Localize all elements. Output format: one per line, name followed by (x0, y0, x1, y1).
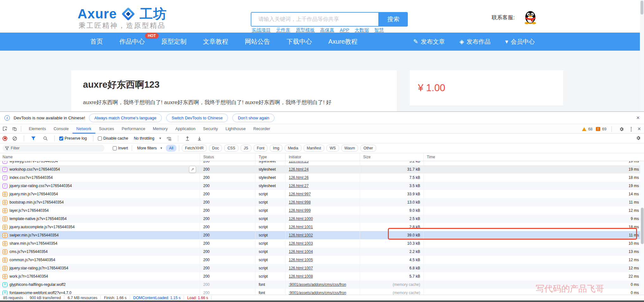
filter-pill-ws[interactable]: WS (326, 145, 339, 152)
nav-item-6[interactable]: Axure教程 (328, 37, 357, 46)
network-settings-gear-icon[interactable] (636, 135, 641, 141)
tab-network[interactable]: Network (73, 124, 95, 134)
cell-name[interactable]: {}swiper.min.js?v=1765440354 (0, 231, 200, 239)
initiator-link[interactable]: 126.html:1000 (289, 217, 313, 221)
network-request-row[interactable]: {}work.js?r=1765440354200script126.html:… (0, 272, 644, 280)
throttling-dropdown[interactable]: No throttling ▼ (134, 136, 162, 141)
network-request-row[interactable]: {}template-native.js?v=1765440354200scri… (0, 215, 644, 223)
network-scrollbar[interactable] (640, 161, 644, 295)
initiator-link[interactable]: 126.html:1007 (289, 266, 313, 270)
cell-name[interactable]: {}share.min.js?v=1765440354 (0, 239, 200, 248)
more-filters-dropdown[interactable]: More filters ▼ (137, 146, 163, 150)
tab-security[interactable]: Security (199, 124, 222, 134)
cell-name[interactable]: {}common.js?v=1765440354 (0, 256, 200, 264)
cell-name[interactable]: /workshop.css?v=1765440354↗ (0, 165, 200, 173)
network-request-row[interactable]: {}jquery.min.js?v=1765440354200script126… (0, 190, 644, 198)
filter-pill-manifest[interactable]: Manifest (304, 145, 324, 152)
network-request-row[interactable]: {}share.min.js?v=1765440354200script126.… (0, 239, 644, 248)
filter-pill-media[interactable]: Media (285, 145, 301, 152)
initiator-link[interactable]: :9001/assets/addons/cms/css/fron (289, 291, 346, 295)
column-header-status[interactable]: Status (200, 153, 256, 161)
cell-name[interactable]: Tglyphicons-halflings-regular.woff2 (0, 280, 200, 289)
initiator-link[interactable]: 126.html:1004 (289, 249, 313, 254)
nav-action-0[interactable]: ✎发布文章 (413, 38, 445, 46)
nav-action-2[interactable]: ▾会员中心 (505, 38, 535, 46)
devtools-close-icon[interactable]: × (636, 126, 642, 132)
network-request-row[interactable]: {}jquery.autocomplete.js?v=1765440354200… (0, 223, 644, 231)
clear-network-log-icon[interactable] (10, 134, 19, 142)
banner-button-0[interactable]: Always match Chrome's language (89, 114, 162, 122)
nav-item-2[interactable]: 原型定制 (161, 37, 186, 46)
export-har-icon[interactable] (195, 134, 204, 142)
initiator-link[interactable]: 126.html:998 (289, 200, 311, 204)
column-header-time[interactable]: Time (424, 153, 644, 161)
cell-name[interactable]: {}jquery.min.js?v=1765440354 (0, 190, 200, 198)
site-logo[interactable]: Axure 工坊 (78, 5, 167, 23)
initiator-link[interactable]: 126.html:1008 (289, 274, 313, 279)
page-scrollbar[interactable] (640, 0, 644, 111)
filter-input[interactable] (11, 146, 96, 150)
tab-lighthouse[interactable]: Lighthouse (222, 124, 249, 134)
nav-item-0[interactable]: 首页 (90, 37, 103, 46)
column-header-name[interactable]: Name (0, 153, 200, 161)
filter-pill-img[interactable]: Img (270, 145, 282, 152)
initiator-link[interactable]: 126.html:23 (289, 161, 309, 163)
disable-cache-checkbox[interactable] (98, 136, 102, 141)
network-scrollbar-thumb[interactable] (641, 208, 644, 244)
filter-pill-all[interactable]: All (166, 145, 176, 152)
network-request-row[interactable]: {}common.js?v=1765440354200script126.htm… (0, 256, 644, 264)
record-network-log-icon[interactable] (3, 136, 7, 141)
column-header-initiator[interactable]: Initiator (286, 153, 360, 161)
site-search-input[interactable] (251, 13, 378, 26)
initiator-link[interactable]: 126.html:999 (289, 208, 311, 213)
cell-name[interactable]: Tfontawesome-webfont.woff2?v=4.7.0 (0, 289, 200, 295)
cell-name[interactable]: /index.css?v=1765440354 (0, 173, 200, 182)
invert-filter-toggle[interactable]: Invert (113, 146, 128, 150)
network-request-row[interactable]: {}swiper.min.js?v=1765440354200script126… (0, 231, 644, 239)
banner-close-icon[interactable]: × (635, 114, 641, 121)
nav-item-3[interactable]: 文章教程 (203, 37, 228, 46)
reveal-request-button[interactable]: ↗ (189, 166, 196, 173)
column-header-size[interactable]: Size (360, 153, 424, 161)
issues-icon[interactable]: ! (596, 127, 600, 131)
invert-checkbox[interactable] (113, 146, 117, 150)
tab-performance[interactable]: Performance (118, 124, 149, 134)
banner-button-1[interactable]: Switch DevTools to Chinese (166, 114, 228, 122)
filter-pill-js[interactable]: JS (241, 145, 251, 152)
preserve-log-toggle[interactable]: Preserve log (59, 136, 87, 141)
network-request-row[interactable]: /workshop.css?v=1765440354↗200stylesheet… (0, 165, 644, 173)
preserve-log-checkbox[interactable] (59, 136, 63, 141)
network-conditions-icon[interactable] (164, 134, 174, 142)
banner-button-2[interactable]: Don't show again (232, 114, 275, 122)
tab-console[interactable]: Console (50, 124, 73, 134)
tab-elements[interactable]: Elements (25, 124, 50, 134)
network-request-row[interactable]: /wysiwyg.css?v=1765440354200stylesheet12… (0, 161, 644, 165)
initiator-link[interactable]: :9001/assets/addons/cms/css/fron (289, 282, 346, 287)
warning-count[interactable]: 68 (588, 127, 593, 131)
filter-pill-fetchxhr[interactable]: Fetch/XHR (182, 145, 207, 152)
tab-recorder[interactable]: Recorder (249, 124, 274, 134)
tab-sources[interactable]: Sources (95, 124, 118, 134)
initiator-link[interactable]: 126.html:1002 (289, 233, 313, 237)
warning-icon[interactable] (582, 127, 586, 131)
issues-count[interactable]: 69 (602, 127, 607, 131)
tab-application[interactable]: Application (172, 124, 199, 134)
cell-name[interactable]: {}jquery.star-rating.js?r=1765440354 (0, 264, 200, 272)
initiator-link[interactable]: 126.html:1001 (289, 225, 313, 229)
column-header-type[interactable]: Type (256, 153, 286, 161)
site-search-button[interactable]: 搜索 (379, 12, 408, 27)
initiator-link[interactable]: 126.html:26 (289, 175, 309, 180)
network-request-row[interactable]: {}cms.js?v=1765440354200script126.html:1… (0, 248, 644, 256)
nav-action-1[interactable]: ◈发布作品 (459, 38, 491, 46)
nav-item-1[interactable]: 作品中心HOT (119, 37, 145, 46)
initiator-link[interactable]: 126.html:27 (289, 184, 309, 188)
filter-pill-wasm[interactable]: Wasm (341, 145, 358, 152)
search-network-icon[interactable] (41, 134, 50, 142)
cell-name[interactable]: {}jquery.autocomplete.js?v=1765440354 (0, 223, 200, 231)
page-scrollbar-thumb[interactable] (641, 1, 643, 15)
cell-name[interactable]: {}cms.js?v=1765440354 (0, 248, 200, 256)
initiator-link[interactable]: 126.html:997 (289, 192, 311, 196)
inspect-element-icon[interactable] (0, 125, 9, 133)
nav-item-4[interactable]: 网站公告 (245, 37, 270, 46)
cell-name[interactable]: {}template-native.js?v=1765440354 (0, 215, 200, 223)
